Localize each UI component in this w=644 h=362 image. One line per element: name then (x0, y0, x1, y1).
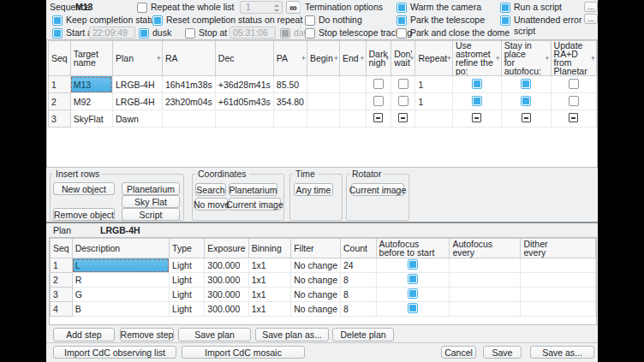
park-telescope-checkbox[interactable] (397, 15, 407, 26)
keep-completion-checkbox[interactable] (52, 15, 63, 26)
sort-indicator[interactable]: + (591, 54, 595, 62)
column-header[interactable]: Autofocus every (450, 239, 521, 258)
table-cell[interactable]: LRGB-4H (112, 76, 162, 93)
script-button[interactable]: Script (122, 208, 180, 221)
table-cell[interactable]: 8 (340, 288, 376, 302)
table-cell[interactable] (521, 258, 596, 273)
table-cell[interactable]: +61d05m43s (215, 93, 273, 110)
new-object-button[interactable]: New object (53, 182, 115, 195)
sort-indicator[interactable]: + (545, 54, 549, 62)
column-header[interactable]: Dark nigh+ (366, 41, 391, 76)
cell-checkbox[interactable] (569, 113, 578, 122)
table-cell[interactable]: 24 (340, 258, 376, 273)
cell-checkbox[interactable] (569, 96, 579, 106)
cell-checkbox[interactable] (408, 259, 418, 270)
table-cell[interactable]: 300.000 (205, 288, 248, 302)
table-cell[interactable] (521, 273, 596, 288)
column-header[interactable]: Stay in place for autofocu:+ (501, 41, 551, 76)
unattended-error-checkbox[interactable] (500, 15, 510, 26)
row-header[interactable]: 4 (51, 302, 73, 317)
table-cell[interactable] (366, 110, 391, 128)
column-header[interactable]: Begin+ (307, 41, 339, 76)
spin-up-icon[interactable] (274, 4, 279, 7)
table-cell[interactable]: Dawn (112, 110, 162, 128)
table-cell[interactable] (450, 288, 521, 302)
table-cell[interactable]: 1 (415, 76, 453, 93)
table-cell[interactable] (307, 110, 339, 128)
column-header[interactable]: Exposure (205, 239, 248, 258)
row-header[interactable]: 1 (49, 76, 71, 93)
coordinates-planetarium-button[interactable]: Planetarium (229, 183, 277, 196)
table-cell[interactable] (501, 110, 551, 128)
table-cell[interactable] (376, 273, 450, 288)
cell-checkbox[interactable] (398, 113, 408, 122)
cell-checkbox[interactable] (408, 303, 418, 313)
table-cell[interactable] (450, 302, 521, 317)
column-header[interactable]: Binning (248, 239, 291, 258)
infinity-button[interactable]: ∞ (286, 1, 301, 14)
sort-indicator[interactable]: + (447, 54, 451, 62)
row-header[interactable]: 1 (51, 258, 73, 273)
table-cell[interactable] (452, 76, 501, 93)
column-header[interactable]: End+ (340, 41, 367, 76)
unattended-error-browse-button[interactable]: ... (584, 14, 598, 24)
table-cell[interactable] (215, 110, 273, 128)
table-cell[interactable]: Light (170, 302, 205, 317)
table-cell[interactable] (501, 93, 551, 110)
row-header[interactable]: 2 (49, 93, 71, 110)
table-cell[interactable]: 16h41m38s (162, 76, 215, 93)
cell-checkbox[interactable] (521, 96, 531, 106)
cell-checkbox[interactable] (373, 96, 384, 106)
spin-down-icon[interactable] (274, 9, 279, 12)
column-header[interactable]: Count (340, 239, 376, 258)
table-cell[interactable]: M13 (70, 76, 112, 93)
cell-checkbox[interactable] (408, 288, 418, 299)
table-cell[interactable] (366, 76, 391, 93)
coordinates-search-button[interactable]: Search (195, 183, 226, 196)
table-cell[interactable]: No change (291, 302, 341, 317)
table-cell[interactable] (415, 110, 453, 128)
table-cell[interactable]: No change (291, 258, 341, 273)
table-cell[interactable]: B (72, 302, 169, 317)
cancel-button[interactable]: Cancel (441, 346, 476, 359)
column-header[interactable]: Update RA+D from Planetar+ (551, 41, 596, 76)
column-header[interactable]: Repeat+ (415, 41, 453, 76)
no-move-button[interactable]: No move (195, 198, 228, 211)
table-cell[interactable]: Light (170, 273, 205, 288)
table-cell[interactable] (391, 110, 415, 128)
coordinates-current-image-button[interactable]: Current image (229, 198, 281, 211)
table-cell[interactable] (521, 288, 596, 302)
run-script-browse-button[interactable]: ... (584, 2, 598, 12)
table-cell[interactable] (551, 93, 596, 110)
table-cell[interactable]: 23h20m04s (162, 93, 215, 110)
table-cell[interactable] (376, 302, 450, 317)
table-cell[interactable]: 1x1 (248, 288, 291, 302)
table-cell[interactable]: M92 (70, 93, 112, 110)
column-header[interactable]: Dec (215, 41, 273, 76)
table-cell[interactable]: 85.50 (273, 76, 307, 93)
table-cell[interactable] (452, 110, 501, 128)
sort-indicator[interactable]: + (301, 54, 306, 62)
table-cell[interactable] (521, 302, 596, 317)
save-as-button[interactable]: Save as... (530, 346, 594, 359)
table-cell[interactable]: No change (291, 288, 341, 302)
remove-object-button[interactable]: Remove object (53, 208, 115, 221)
repeat-whole-list-checkbox[interactable] (137, 3, 147, 13)
column-header[interactable]: Filter (291, 239, 341, 258)
table-cell[interactable] (452, 93, 501, 110)
table-cell[interactable]: +36d28m41s (215, 76, 273, 93)
reset-completion-checkbox[interactable] (152, 15, 163, 26)
cell-checkbox[interactable] (569, 79, 579, 89)
warm-camera-checkbox[interactable] (397, 3, 407, 13)
sort-indicator[interactable]: + (495, 54, 499, 62)
table-cell[interactable]: 300.000 (205, 302, 248, 317)
cell-checkbox[interactable] (408, 274, 418, 284)
delete-plan-button[interactable]: Delete plan (332, 328, 394, 341)
remove-step-button[interactable]: Remove step (120, 328, 174, 341)
table-cell[interactable]: Light (170, 258, 205, 273)
table-cell[interactable] (450, 273, 521, 288)
cell-checkbox[interactable] (472, 113, 481, 122)
table-cell[interactable] (307, 93, 339, 110)
cell-checkbox[interactable] (373, 79, 384, 89)
dawn-checkbox[interactable] (280, 28, 290, 39)
